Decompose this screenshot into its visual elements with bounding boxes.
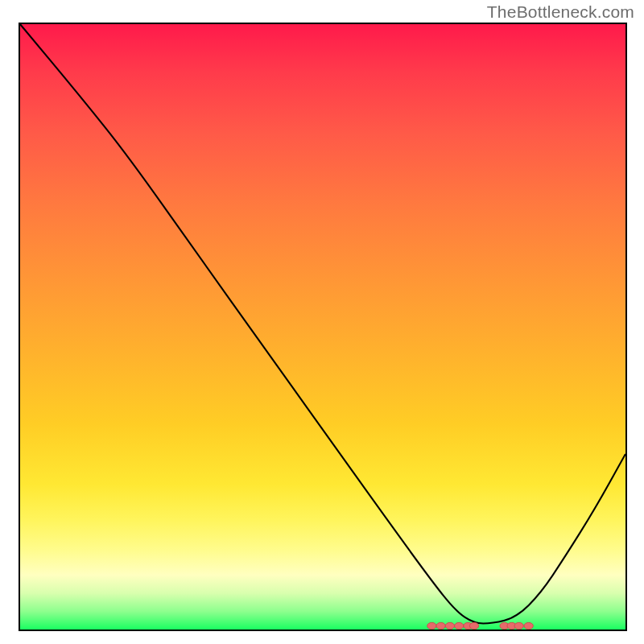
bottleneck-curve-path	[20, 24, 625, 623]
data-marker	[427, 622, 436, 629]
data-marker	[436, 622, 445, 629]
data-marker	[445, 622, 454, 629]
watermark-text: TheBottleneck.com	[487, 2, 634, 22]
data-marker	[514, 622, 523, 629]
chart-frame	[19, 23, 627, 631]
chart-svg	[20, 24, 625, 630]
data-marker	[469, 622, 478, 629]
data-marker	[524, 622, 533, 629]
data-marker	[455, 622, 464, 629]
